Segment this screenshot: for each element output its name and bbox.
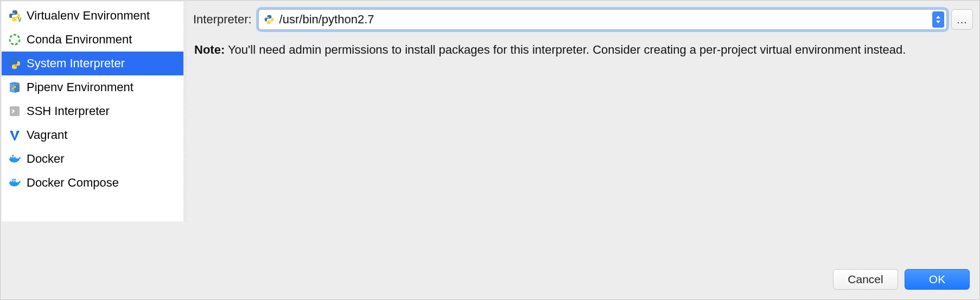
docker-compose-icon bbox=[8, 176, 21, 189]
sidebar-item-vagrant[interactable]: Vagrant bbox=[2, 123, 183, 147]
pipenv-icon bbox=[8, 81, 21, 94]
sidebar-item-conda[interactable]: Conda Environment bbox=[2, 28, 183, 52]
sidebar-item-label: System Interpreter bbox=[27, 56, 125, 71]
sidebar-item-label: Virtualenv Environment bbox=[27, 9, 150, 23]
svg-text:V: V bbox=[18, 17, 21, 22]
sidebar-item-label: Vagrant bbox=[27, 128, 67, 142]
conda-icon bbox=[8, 33, 21, 46]
svg-rect-3 bbox=[10, 157, 12, 158]
sidebar-item-label: Pipenv Environment bbox=[27, 80, 133, 94]
python-icon bbox=[263, 14, 275, 25]
svg-rect-5 bbox=[14, 157, 16, 158]
note-bold: Note: bbox=[194, 43, 225, 56]
svg-point-1 bbox=[10, 35, 20, 44]
main-panel: Interpreter: /usr/bin/python2.7 ... Note… bbox=[187, 1, 979, 261]
svg-rect-10 bbox=[12, 179, 14, 181]
ssh-icon bbox=[8, 105, 21, 118]
sidebar-item-system[interactable]: System Interpreter bbox=[2, 52, 183, 75]
sidebar-item-label: Docker bbox=[27, 152, 65, 166]
docker-icon bbox=[8, 152, 21, 165]
browse-button[interactable]: ... bbox=[951, 9, 973, 30]
interpreter-label: Interpreter: bbox=[193, 12, 252, 27]
ok-button[interactable]: OK bbox=[905, 269, 970, 290]
note-body: You'll need admin permissions to install… bbox=[225, 43, 906, 56]
cancel-button[interactable]: Cancel bbox=[833, 269, 898, 290]
python-v-icon: V bbox=[8, 9, 21, 22]
sidebar-item-virtualenv[interactable]: V Virtualenv Environment bbox=[2, 4, 183, 28]
svg-rect-7 bbox=[10, 181, 12, 182]
svg-rect-4 bbox=[12, 157, 14, 158]
sidebar-item-docker-compose[interactable]: Docker Compose bbox=[2, 171, 183, 195]
svg-rect-11 bbox=[14, 179, 16, 181]
svg-rect-9 bbox=[14, 181, 16, 182]
combobox-arrows-icon bbox=[932, 11, 944, 28]
sidebar-item-label: Docker Compose bbox=[27, 176, 119, 190]
sidebar-item-docker[interactable]: Docker bbox=[2, 147, 183, 171]
interpreter-value: /usr/bin/python2.7 bbox=[279, 12, 932, 27]
sidebar-item-label: SSH Interpreter bbox=[27, 104, 110, 118]
note-text: Note: You'll need admin permissions to i… bbox=[193, 41, 973, 59]
vagrant-icon bbox=[8, 129, 21, 142]
sidebar-item-pipenv[interactable]: Pipenv Environment bbox=[2, 75, 183, 99]
sidebar-item-ssh[interactable]: SSH Interpreter bbox=[2, 99, 183, 123]
sidebar-resize-handle[interactable] bbox=[183, 2, 187, 221]
interpreter-combobox[interactable]: /usr/bin/python2.7 bbox=[258, 9, 947, 30]
dialog-button-bar: Cancel OK bbox=[1, 261, 979, 299]
sidebar-item-label: Conda Environment bbox=[27, 33, 132, 47]
python-icon bbox=[8, 57, 21, 70]
interpreter-type-sidebar: V Virtualenv Environment Conda Environme… bbox=[2, 2, 183, 221]
svg-rect-8 bbox=[12, 181, 14, 182]
svg-rect-6 bbox=[12, 155, 14, 157]
